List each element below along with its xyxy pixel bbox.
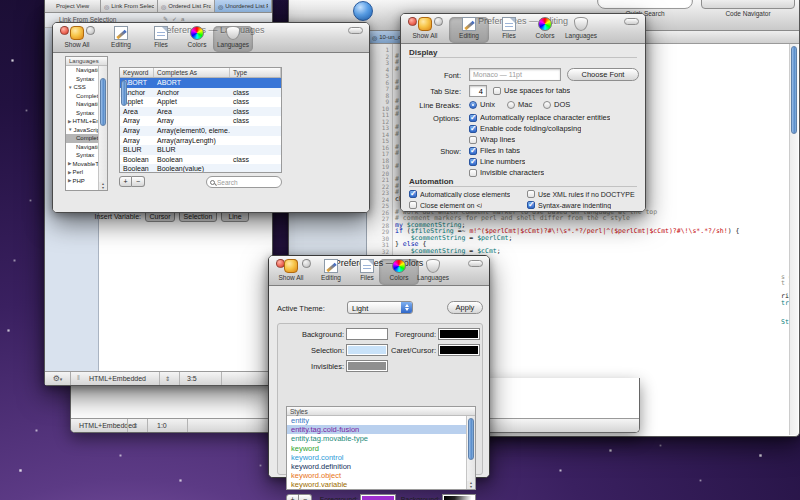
scrollbar-thumb[interactable] — [791, 46, 797, 134]
toolbar-item-colors[interactable]: Colors — [525, 17, 565, 43]
keyword-table-row[interactable]: ArrayArray(arrayLength) — [120, 136, 281, 146]
doc2-stepper-icon[interactable]: ⇕ — [133, 422, 138, 429]
code-navigator-popup[interactable] — [701, 0, 795, 9]
document-tab[interactable]: ◎Link From Selection — [101, 0, 158, 12]
checkbox-row[interactable]: Automatically replace character entities — [469, 113, 629, 122]
keyword-table-row[interactable]: AppletAppletclass — [120, 97, 281, 107]
toolbar-toggle-capsule[interactable] — [624, 18, 639, 25]
radio-row[interactable]: Unix — [469, 100, 495, 109]
color-well-caretcursor[interactable] — [438, 344, 480, 356]
toolbar-item-languages[interactable]: Languages — [561, 17, 601, 43]
column-header-type[interactable]: Type — [230, 68, 281, 77]
code-line[interactable]: tring//gm; — [781, 300, 789, 307]
toolbar-item-editing[interactable]: Editing — [449, 17, 489, 43]
code-line[interactable]: # — [395, 163, 399, 170]
radio-row[interactable]: Mac — [507, 100, 532, 109]
keyword-table-row[interactable]: ArrayArray(element0, eleme… — [120, 126, 281, 136]
mode-stepper-icon[interactable]: ⇕ — [165, 375, 170, 382]
checkbox[interactable] — [469, 169, 477, 177]
disclosure-triangle[interactable]: ▶ — [68, 178, 71, 183]
scrollbar-thumb[interactable] — [468, 418, 474, 460]
checkbox[interactable] — [409, 201, 417, 209]
style-row-keyword-variable[interactable]: keyword.variable — [287, 480, 475, 489]
tab-size-field[interactable]: 4 — [469, 85, 487, 97]
checkbox-row[interactable]: Close element on </ — [409, 201, 525, 209]
toolbar-toggle-capsule[interactable] — [348, 27, 363, 34]
toolbar-item-editing[interactable]: Editing — [101, 26, 141, 52]
keyword-table-row[interactable]: ABORTABORT — [120, 78, 281, 88]
document-tab[interactable]: ◎Unordered List F… — [215, 0, 272, 12]
checkbox[interactable] — [527, 190, 535, 198]
checkbox-row[interactable]: Files in tabs — [469, 146, 629, 155]
apply-button[interactable]: Apply — [447, 301, 483, 314]
disclosure-triangle[interactable]: ▼ — [68, 85, 72, 90]
disclosure-triangle[interactable]: ▶ — [68, 119, 71, 124]
toolbar-item-files[interactable]: Files — [141, 26, 181, 52]
toolbar-item-editing[interactable]: Editing — [311, 259, 351, 285]
checkbox-row[interactable]: Line numbers — [469, 157, 629, 166]
language-mode[interactable]: HTML+Embedded — [89, 375, 146, 382]
style-row-entity-tag-cold-fusion[interactable]: entity.tag.cold-fusion — [287, 425, 475, 434]
checkbox[interactable] — [469, 158, 477, 166]
disclosure-triangle[interactable]: ▶ — [68, 161, 71, 166]
code-line[interactable]: # — [395, 131, 399, 138]
toolbar-item-colors[interactable]: Colors — [177, 26, 217, 52]
code-line[interactable]: # — [395, 150, 399, 157]
theme-popup[interactable]: Light — [347, 301, 413, 314]
toolbar-item-show-all[interactable]: Show All — [405, 17, 445, 43]
font-field[interactable]: Monaco — 11pt — [469, 68, 561, 81]
checkbox[interactable] — [527, 201, 535, 209]
checkbox-row[interactable]: Syntax-aware indenting — [527, 201, 641, 209]
checkbox[interactable] — [493, 87, 501, 95]
code-line[interactable]: String/gm; — [781, 319, 789, 326]
scrollbar-thumb[interactable] — [100, 78, 106, 126]
radio-unix[interactable] — [469, 101, 477, 109]
style-row-entity-tag-movable-type[interactable]: entity.tag.movable-type — [287, 434, 475, 443]
splitter-dots[interactable]: ‖ — [77, 374, 80, 381]
checkbox-row[interactable]: Wrap lines — [469, 135, 629, 144]
choose-font-button[interactable]: Choose Font — [567, 68, 639, 81]
keyword-table-row[interactable]: BLURBLUR — [120, 145, 281, 155]
style-row-entity[interactable]: entity — [287, 416, 475, 425]
checkbox[interactable] — [469, 147, 477, 155]
document-tab[interactable]: ◎Ordered List Fro… — [158, 0, 215, 12]
color-well-invisibles[interactable] — [346, 360, 388, 372]
code-line[interactable]: t all lines. If it is commented, remove … — [781, 280, 789, 287]
style-row-keyword[interactable]: keyword — [287, 444, 475, 453]
style-row-keyword-object[interactable]: keyword.object — [287, 471, 475, 480]
toolbar-item-files[interactable]: Files — [489, 17, 529, 43]
keyword-table-row[interactable]: AreaAreaclass — [120, 107, 281, 117]
keyword-table-row[interactable]: AnchorAnchorclass — [120, 88, 281, 98]
color-well-foreground[interactable] — [438, 328, 480, 340]
toolbar-item-show-all[interactable]: Show All — [57, 26, 97, 52]
checkbox[interactable] — [469, 136, 477, 144]
radio-dos[interactable] — [543, 101, 551, 109]
style-row-keyword-definition[interactable]: keyword.definition — [287, 462, 475, 471]
search-field[interactable]: Search — [206, 176, 282, 188]
checkbox-row[interactable]: Enable code folding/collapsing — [469, 124, 629, 133]
add-style-button[interactable]: + — [286, 494, 299, 500]
editor-scrollbar[interactable] — [789, 44, 798, 435]
remove-keyword-button[interactable]: − — [132, 176, 145, 187]
toolbar-item-languages[interactable]: Languages — [213, 26, 253, 52]
checkbox[interactable] — [469, 125, 477, 133]
keyword-table-row[interactable]: BooleanBoolean(value) — [120, 164, 281, 173]
checkbox-row[interactable]: Automatically close elements — [409, 190, 525, 198]
code-line[interactable]: # — [395, 66, 399, 73]
radio-row[interactable]: DOS — [543, 100, 570, 109]
toolbar-item-show-all[interactable]: Show All — [271, 259, 311, 285]
quick-search-input[interactable] — [597, 0, 693, 9]
checkbox[interactable] — [409, 190, 417, 198]
remove-style-button[interactable]: − — [299, 494, 312, 500]
toolbar-toggle-capsule[interactable] — [468, 260, 483, 267]
style-row-keyword-control[interactable]: keyword.control — [287, 453, 475, 462]
scroll-arrows[interactable]: ▴▾ — [98, 182, 107, 190]
column-header-keyword[interactable]: Keyword — [120, 68, 154, 77]
checkbox-row[interactable]: Use spaces for tabs — [493, 86, 653, 95]
code-line[interactable]: # — [395, 85, 399, 92]
scroll-arrows[interactable]: ▴▾ — [466, 481, 475, 489]
keyword-table-row[interactable]: BooleanBooleanclass — [120, 155, 281, 165]
keyword-table-row[interactable]: ArrayArrayclass — [120, 116, 281, 126]
column-header-completes-as[interactable]: Completes As — [154, 68, 230, 77]
code-line[interactable]: $commentString = $cCmt; — [395, 248, 501, 255]
